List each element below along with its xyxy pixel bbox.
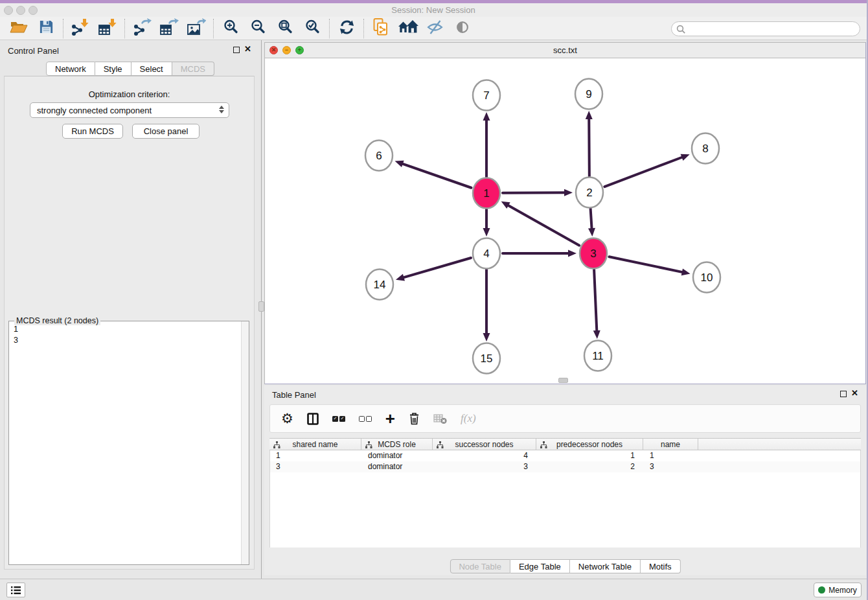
graph-node-15[interactable]: 15 [473,343,500,374]
criterion-value: strongly connected component [37,106,152,115]
graph-node-14[interactable]: 14 [366,270,393,300]
column-header-predecessor-nodes[interactable]: predecessor nodes [536,439,643,450]
column-header-name[interactable]: name [643,439,698,450]
delete-column-button[interactable] [409,412,420,425]
run-mcds-button[interactable]: Run MCDS [62,124,123,139]
graph-edge-2-8[interactable] [604,157,682,187]
canvas-splitter-handle[interactable] [558,378,568,383]
show-graphics-button[interactable] [449,17,476,40]
close-table-panel-icon[interactable]: ✕ [851,388,858,398]
graph-edge-3-10[interactable] [609,257,682,272]
result-scrollbar[interactable] [241,321,249,564]
add-column-button[interactable]: + [385,412,395,425]
graph-edge-2-9[interactable] [589,119,589,176]
open-session-button[interactable] [5,17,32,40]
arrowhead-icon [588,228,595,237]
graph-node-8[interactable]: 8 [692,133,719,164]
houses-icon [397,19,419,38]
network-canvas[interactable]: 7968124314101511 [265,58,865,384]
arrowhead-icon [593,330,600,339]
export-network-button[interactable] [128,17,155,40]
cell-mcds-role[interactable]: dominator [362,450,433,461]
node-table: shared nameMCDS rolesuccessor nodesprede… [269,438,861,548]
graph-node-9[interactable]: 9 [575,79,602,110]
graph-node-6[interactable]: 6 [365,141,393,171]
cell-predecessor-nodes[interactable]: 1 [537,450,644,461]
hide-details-button[interactable] [422,17,449,40]
graph-node-4[interactable]: 4 [473,238,500,269]
graph-node-1[interactable]: 1 [473,178,500,209]
graph-edge-3-1[interactable] [508,205,579,246]
tab-style[interactable]: Style [95,62,131,76]
select-all-button[interactable]: ✓✓ [332,416,345,422]
tab-node-table[interactable]: Node Table [450,559,510,573]
task-history-button[interactable] [6,583,25,597]
cell-name[interactable]: 1 [644,450,699,461]
search-field [671,21,860,36]
criterion-select[interactable]: strongly connected component [30,102,229,118]
float-panel-icon[interactable] [233,47,240,53]
table-row[interactable]: 3dominator323 [270,461,860,472]
tab-network-table[interactable]: Network Table [570,559,641,573]
node-label: 9 [586,88,591,100]
import-table-button[interactable] [94,17,121,40]
graph-node-7[interactable]: 7 [473,80,500,111]
graph-edge-1-2[interactable] [503,192,565,193]
network-graph[interactable]: 7968124314101511 [265,58,865,384]
toolbar-separator [63,19,63,38]
export-image-button[interactable] [183,17,210,40]
close-panel-icon[interactable]: ✕ [244,44,251,54]
graph-edge-1-6[interactable] [402,164,472,188]
tab-motifs[interactable]: Motifs [641,559,681,573]
save-session-button[interactable] [32,17,60,40]
cell-successor-nodes[interactable]: 4 [433,450,537,461]
zoom-selected-button[interactable] [299,17,326,40]
zoom-out-button[interactable] [244,17,271,40]
column-header-successor-nodes[interactable]: successor nodes [433,439,536,450]
graph-edge-4-14[interactable] [403,258,471,277]
graph-edge-3-11[interactable] [594,270,597,331]
export-table-button[interactable] [155,17,183,40]
node-label: 3 [590,248,596,260]
tab-select[interactable]: Select [131,62,172,76]
home-networks-button[interactable] [394,17,422,40]
table-row[interactable]: 1dominator411 [270,450,860,461]
memory-button[interactable]: Memory [814,583,862,597]
main-toolbar [0,17,867,40]
cell-shared-name[interactable]: 1 [270,450,362,461]
duplicate-network-button[interactable] [367,17,394,40]
close-panel-button[interactable]: Close panel [132,124,200,139]
column-header-shared-name[interactable]: shared name [269,439,361,450]
table-tabbar: Node TableEdge TableNetwork TableMotifs [450,559,680,573]
graph-node-10[interactable]: 10 [693,262,720,293]
import-network-button[interactable] [67,17,94,40]
cell-name[interactable]: 3 [644,461,699,472]
zoom-fit-button[interactable] [271,17,299,40]
apply-layout-button[interactable] [333,17,360,40]
column-header-mcds-role[interactable]: MCDS role [361,439,433,450]
graph-edge-2-3[interactable] [591,209,592,229]
tab-edge-table[interactable]: Edge Table [510,559,570,573]
main-area: Control Panel ✕ NetworkStyleSelectMCDS O… [0,40,867,579]
zoom-in-button[interactable] [217,17,244,40]
panel-splitter-handle[interactable] [258,301,264,312]
network-window-titlebar[interactable]: ✕ − + scc.txt [265,43,865,58]
table-body: 1dominator4113dominator323 [269,450,861,548]
toolbar-separator [213,19,214,38]
graph-node-11[interactable]: 11 [584,341,611,371]
table-settings-button[interactable]: ⚙ [281,412,293,426]
search-input[interactable] [687,23,854,35]
float-table-panel-icon[interactable] [840,391,847,397]
tab-mcds[interactable]: MCDS [172,62,214,76]
deselect-all-button[interactable] [359,416,372,422]
cell-mcds-role[interactable]: dominator [362,461,433,472]
graph-node-2[interactable]: 2 [576,178,603,208]
cell-predecessor-nodes[interactable]: 2 [537,461,644,472]
cell-successor-nodes[interactable]: 3 [433,461,537,472]
graph-node-3[interactable]: 3 [580,238,607,269]
tab-network[interactable]: Network [46,62,95,76]
cell-shared-name[interactable]: 3 [270,461,362,472]
window-title: Session: New Session [0,5,867,15]
control-panel: Control Panel ✕ NetworkStyleSelectMCDS O… [3,40,258,575]
show-columns-button[interactable] [307,413,319,425]
